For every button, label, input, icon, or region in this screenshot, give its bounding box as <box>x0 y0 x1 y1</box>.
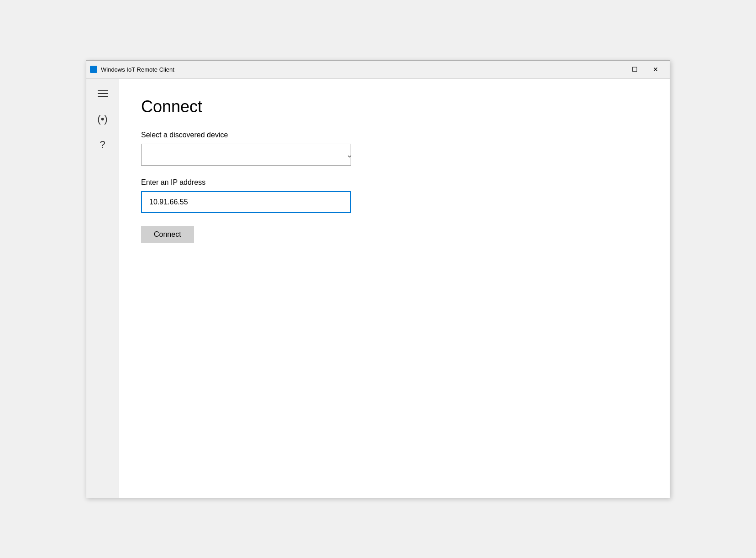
maximize-button[interactable]: ☐ <box>624 62 645 77</box>
sidebar-item-remote[interactable]: (•) <box>89 108 116 130</box>
sidebar-item-help[interactable]: ? <box>89 134 116 156</box>
connect-button[interactable]: Connect <box>141 226 194 243</box>
device-dropdown-container: ⌄ <box>141 144 360 166</box>
sidebar: (•) ? <box>86 79 119 498</box>
close-button[interactable]: ✕ <box>645 62 666 77</box>
help-icon: ? <box>100 139 105 151</box>
wifi-icon: (•) <box>97 113 107 125</box>
page-title: Connect <box>141 97 648 116</box>
title-bar-controls: — ☐ ✕ <box>603 62 666 77</box>
window-title: Windows IoT Remote Client <box>101 66 174 73</box>
minimize-button[interactable]: — <box>603 62 624 77</box>
device-label: Select a discovered device <box>141 131 360 139</box>
device-dropdown[interactable] <box>141 144 351 166</box>
sidebar-item-menu[interactable] <box>89 83 116 104</box>
hamburger-icon <box>98 90 108 97</box>
title-bar: Windows IoT Remote Client — ☐ ✕ <box>86 61 670 79</box>
title-bar-left: Windows IoT Remote Client <box>90 66 174 73</box>
ip-address-input[interactable] <box>141 191 351 213</box>
main-content: Connect Select a discovered device ⌄ Ent… <box>119 79 670 498</box>
app-body: (•) ? Connect Select a discovered device… <box>86 79 670 498</box>
form-section: Select a discovered device ⌄ Enter an IP… <box>141 131 360 243</box>
ip-label: Enter an IP address <box>141 178 360 187</box>
app-icon <box>90 66 97 73</box>
app-window: Windows IoT Remote Client — ☐ ✕ (•) ? <box>86 60 670 498</box>
